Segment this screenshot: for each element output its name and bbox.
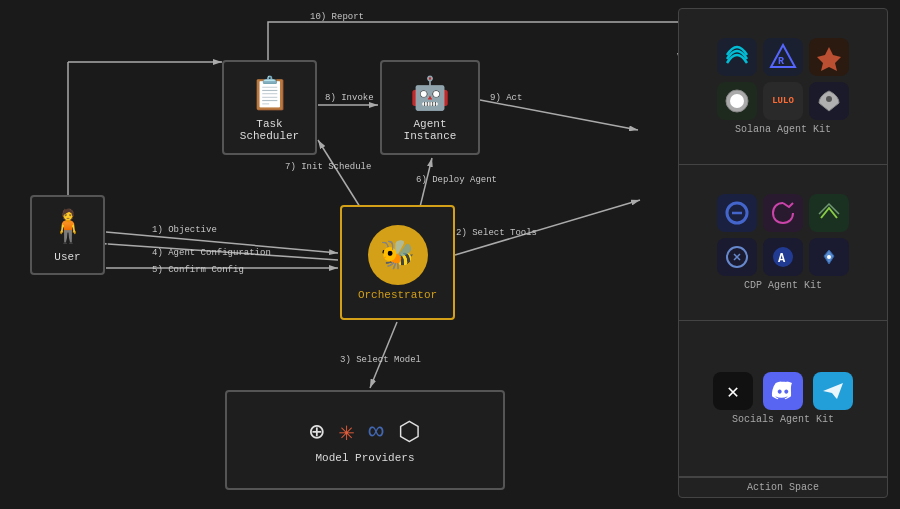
arrow-2-label: 2) Select Tools — [456, 228, 537, 238]
task-label: TaskScheduler — [240, 118, 299, 142]
cdp-icon-grid: A — [717, 194, 849, 276]
arrow-3-label: 3) Select Model — [340, 355, 421, 365]
telegram-icon — [813, 372, 853, 410]
model-providers-label: Model Providers — [315, 452, 414, 464]
cdp-icon-3 — [809, 194, 849, 232]
svg-point-17 — [826, 96, 832, 102]
discord-icon — [763, 372, 803, 410]
diagram-container: 🧍 User 📋 TaskScheduler 🤖 AgentInstance 🐝… — [0, 0, 900, 509]
task-scheduler-box: 📋 TaskScheduler — [222, 60, 317, 155]
solana-icon-5: LULO — [763, 82, 803, 120]
cdp-icon-6 — [809, 238, 849, 276]
arrow-7-label: 7) Init Schedule — [285, 162, 371, 172]
arrow-6-label: 6) Deploy Agent — [416, 175, 497, 185]
solana-icon-1 — [717, 38, 757, 76]
anthropic-icon: ✳ — [339, 416, 355, 448]
solana-icon-6 — [809, 82, 849, 120]
svg-point-16 — [730, 94, 744, 108]
arrow-9-label: 9) Act — [490, 93, 522, 103]
cdp-icon-4 — [717, 238, 757, 276]
other-icon: ⬡ — [398, 416, 421, 448]
cdp-label: CDP Agent Kit — [744, 280, 822, 291]
solana-icon-3 — [809, 38, 849, 76]
user-label: User — [54, 251, 80, 263]
meta-icon: ∞ — [368, 417, 384, 447]
socials-icon-row: ✕ — [713, 372, 853, 410]
solana-label: Solana Agent Kit — [735, 124, 831, 135]
bee-icon: 🐝 — [368, 225, 428, 285]
orchestrator-label: Orchestrator — [358, 289, 437, 301]
svg-line-10 — [480, 100, 638, 130]
cdp-panel: A CDP Agent Kit — [679, 165, 887, 321]
arrow-10-label: 10) Report — [310, 12, 364, 22]
svg-point-23 — [827, 255, 831, 259]
socials-label: Socials Agent Kit — [732, 414, 834, 425]
arrow-8-label: 8) Invoke — [325, 93, 374, 103]
svg-text:R: R — [778, 56, 784, 67]
cdp-icon-2 — [763, 194, 803, 232]
model-icons: ⊕ ✳ ∞ ⬡ — [309, 416, 421, 448]
task-icon: 📋 — [250, 74, 290, 114]
agent-label: AgentInstance — [404, 118, 457, 142]
model-providers-box: ⊕ ✳ ∞ ⬡ Model Providers — [225, 390, 505, 490]
svg-line-7 — [318, 140, 360, 207]
arrow-4-label: 4) Agent Configuration — [152, 248, 271, 258]
openai-icon: ⊕ — [309, 416, 325, 448]
twitter-icon: ✕ — [713, 372, 753, 410]
solana-panel: R LULO Solana Agent Kit — [679, 9, 887, 165]
cdp-icon-1 — [717, 194, 757, 232]
solana-icon-2: R — [763, 38, 803, 76]
agent-instance-box: 🤖 AgentInstance — [380, 60, 480, 155]
agent-icon: 🤖 — [410, 74, 450, 114]
orchestrator-box: 🐝 Orchestrator — [340, 205, 455, 320]
svg-text:A: A — [778, 252, 786, 266]
arrow-5-label: 5) Confirm Config — [152, 265, 244, 275]
action-space-footer: Action Space — [679, 477, 887, 497]
user-icon: 🧍 — [48, 207, 88, 247]
socials-panel: ✕ Socials Agent Kit — [679, 321, 887, 477]
action-space-panel: R LULO Solana Agent Kit — [678, 8, 888, 498]
solana-icon-grid: R LULO — [717, 38, 849, 120]
solana-icon-4 — [717, 82, 757, 120]
user-box: 🧍 User — [30, 195, 105, 275]
cdp-icon-5: A — [763, 238, 803, 276]
arrow-1-label: 1) Objective — [152, 225, 217, 235]
